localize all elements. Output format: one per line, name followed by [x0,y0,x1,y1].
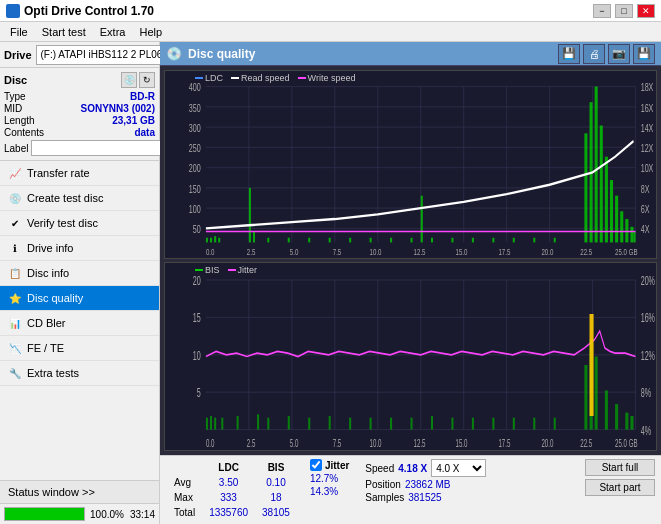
progress-bar-fill [5,508,84,520]
svg-rect-142 [625,413,628,430]
svg-rect-56 [349,238,351,243]
svg-rect-141 [615,404,618,430]
drive-info-icon: ℹ [8,241,22,255]
svg-text:0.0: 0.0 [206,247,215,258]
svg-text:12%: 12% [641,349,656,362]
jitter-checkbox[interactable] [310,459,322,471]
svg-rect-119 [221,418,223,430]
disc-quality-icon: ⭐ [8,291,22,305]
sidebar-item-cd-bler[interactable]: 📊 CD Bler [0,311,159,336]
toolbar-btn-2[interactable]: 🖨 [583,44,605,64]
chart2-legend: BIS Jitter [195,265,257,275]
svg-text:16X: 16X [641,102,654,114]
svg-text:20: 20 [193,274,201,287]
extra-tests-icon: 🔧 [8,366,22,380]
toolbar-btn-3[interactable]: 📷 [608,44,630,64]
sidebar-item-drive-info[interactable]: ℹ Drive info [0,236,159,261]
chart-ldc: LDC Read speed Write speed [164,70,657,259]
menu-help[interactable]: Help [133,25,168,39]
jitter-dot [228,269,236,271]
disc-icon-btn[interactable]: 💿 [121,72,137,88]
toolbar-btn-4[interactable]: 💾 [633,44,655,64]
svg-text:50: 50 [193,224,201,236]
disc-panel-header: Disc 💿 ↻ [4,72,155,88]
menu-file[interactable]: File [4,25,34,39]
minimize-button[interactable]: − [593,4,611,18]
col-bis-header: BIS [256,461,296,474]
jitter-max: 14.3% [310,486,338,497]
svg-text:200: 200 [189,163,201,175]
start-part-button[interactable]: Start part [585,479,655,496]
svg-text:10.0: 10.0 [370,247,382,258]
svg-text:14X: 14X [641,122,654,134]
sidebar-item-fe-te[interactable]: 📉 FE / TE [0,336,159,361]
sidebar-item-verify-test-disc[interactable]: ✔ Verify test disc [0,211,159,236]
drive-select[interactable]: (F:) ATAPI iHBS112 2 PL06 [36,45,181,65]
speed-select[interactable]: 4.0 X [431,459,486,477]
svg-rect-144 [590,314,594,416]
svg-rect-127 [370,418,372,430]
svg-text:300: 300 [189,122,201,134]
transfer-rate-icon: 📈 [8,166,22,180]
speed-section: Speed 4.18 X 4.0 X Position 23862 MB Sam… [365,459,486,503]
menu-extra[interactable]: Extra [94,25,132,39]
sidebar-item-disc-info-label: Disc info [27,267,69,279]
menu-start-test[interactable]: Start test [36,25,92,39]
jitter-row: Jitter [310,459,349,471]
svg-text:10X: 10X [641,163,654,175]
avg-bis: 0.10 [256,476,296,489]
svg-text:4%: 4% [641,424,652,437]
chart1-svg: 400 350 300 250 200 150 100 50 18X 16X 1… [165,71,656,258]
svg-rect-128 [390,418,392,430]
timer-text: 33:14 [130,509,155,520]
sidebar-item-extra-tests-label: Extra tests [27,367,79,379]
sidebar-item-disc-quality-label: Disc quality [27,292,83,304]
svg-rect-70 [595,87,598,243]
start-full-button[interactable]: Start full [585,459,655,476]
sidebar-item-transfer-rate[interactable]: 📈 Transfer rate [0,161,159,186]
legend-write-speed-label: Write speed [308,73,356,83]
disc-contents-row: Contents data [4,127,155,138]
status-window-button[interactable]: Status window >> [0,480,159,503]
svg-text:7.5: 7.5 [333,437,342,449]
svg-text:6X: 6X [641,203,650,215]
jitter-avg: 12.7% [310,473,338,484]
disc-label-input[interactable] [31,140,164,156]
avg-ldc: 3.50 [203,476,254,489]
svg-rect-61 [431,238,433,243]
disc-length-val: 23,31 GB [112,115,155,126]
svg-rect-46 [206,238,208,243]
svg-rect-50 [249,188,251,243]
col-ldc-header: LDC [203,461,254,474]
svg-rect-74 [615,196,618,243]
svg-rect-67 [554,238,556,243]
titlebar-left: Opti Drive Control 1.70 [6,4,154,18]
toolbar-btn-1[interactable]: 💾 [558,44,580,64]
stats-table: LDC BIS Avg 3.50 0.10 Max 333 18 Total 1… [166,459,298,521]
sidebar-item-disc-quality[interactable]: ⭐ Disc quality [0,286,159,311]
svg-text:2.5: 2.5 [247,247,256,258]
disc-refresh-btn[interactable]: ↻ [139,72,155,88]
close-button[interactable]: ✕ [637,4,655,18]
svg-rect-51 [253,232,255,243]
disc-contents-key: Contents [4,127,44,138]
position-label: Position [365,479,401,490]
svg-rect-132 [472,418,474,430]
svg-rect-117 [210,416,212,430]
maximize-button[interactable]: □ [615,4,633,18]
sidebar-item-cd-bler-label: CD Bler [27,317,66,329]
svg-text:12X: 12X [641,143,654,155]
disc-length-row: Length 23,31 GB [4,115,155,126]
svg-text:150: 150 [189,183,201,195]
svg-rect-71 [600,126,603,243]
sidebar-item-create-test-disc[interactable]: 💿 Create test disc [0,186,159,211]
sidebar-item-disc-info[interactable]: 📋 Disc info [0,261,159,286]
disc-label-key: Label [4,143,28,154]
sidebar-item-extra-tests[interactable]: 🔧 Extra tests [0,361,159,386]
drive-label: Drive [4,49,32,61]
samples-val: 381525 [408,492,441,503]
svg-rect-54 [308,238,310,243]
svg-rect-121 [257,414,259,429]
legend-read-speed: Read speed [231,73,290,83]
svg-text:5: 5 [197,386,201,399]
